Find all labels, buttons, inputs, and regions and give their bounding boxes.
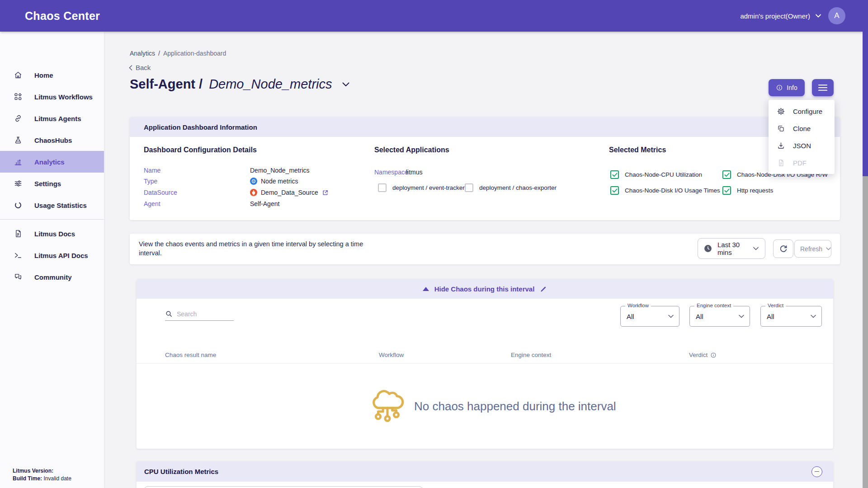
config-row-type: Type Node metrics [144,176,361,187]
clock-icon [703,244,712,253]
checkbox-checked[interactable] [722,170,731,179]
avatar[interactable]: A [828,7,845,24]
info-button[interactable]: Info [769,79,805,96]
sidebar-item-community[interactable]: Community [0,266,104,288]
collapse-minus-icon[interactable] [811,466,822,477]
checkbox-checked[interactable] [610,170,619,179]
breadcrumb: Analytics / Application-dashboard [130,50,226,57]
back-label: Back [136,64,151,71]
sidebar-item-label: Home [34,71,53,79]
interval-description: View the chaos events and metrics in a g… [139,239,383,258]
chaos-cloud-icon [370,388,405,425]
chevron-left-icon [129,65,132,70]
refresh-interval-value: Refresh [800,245,822,253]
menu-item-clone[interactable]: Clone [769,120,835,137]
external-link-icon[interactable] [322,189,329,196]
chevron-down-icon [668,314,674,318]
page-scrollbar[interactable] [863,32,868,488]
dashboard-name: Demo_Node_metrics [209,77,332,92]
search-input[interactable] [177,310,226,318]
config-label: Agent [144,200,250,207]
breadcrumb-analytics[interactable]: Analytics [130,50,155,57]
chaos-center-app: Chaos Center admin's project(Owner) A Ho… [0,0,868,488]
sidebar-divider [0,219,104,220]
config-details-title: Dashboard Configuration Details [144,146,257,154]
menu-item-label: Configure [793,108,822,115]
settings-icon [14,179,23,188]
chevron-down-icon [826,247,831,250]
clone-icon [777,124,785,133]
sidebar-item-label: Community [34,273,72,281]
more-actions-button[interactable] [812,79,834,96]
dashboard-info-header: Application Dashboard Information [130,117,840,137]
info-circle-icon[interactable] [710,352,717,358]
avatar-initial: A [834,11,839,20]
verdict-filter-select[interactable]: Verdict All [760,306,822,327]
table-header-row: Chaos result name Workflow Engine contex… [137,348,833,363]
namespace-label: Namespace [374,169,406,176]
workflow-filter-select[interactable]: Workflow All [620,306,679,327]
workflows-icon [14,92,23,101]
namespace-value: litmus [406,169,423,176]
cpu-chart-placeholder [144,486,423,488]
chevron-down-icon [753,247,759,250]
sidebar-item-litmus-api-docs[interactable]: Litmus API Docs [0,244,104,266]
sidebar-item-litmus-agents[interactable]: Litmus Agents [0,108,104,129]
top-header: Chaos Center admin's project(Owner) A [0,0,868,32]
chaos-events-panel: Hide Chaos during this interval Workflow… [137,279,833,449]
search-field [165,310,234,321]
checkbox-checked[interactable] [610,186,619,195]
project-switcher[interactable]: admin's project(Owner) [740,12,821,20]
filter-label: Verdict [765,303,786,308]
chevron-down-icon [811,314,816,318]
sidebar-item-label: Analytics [34,158,65,166]
config-label: Type [144,178,250,185]
checkbox-unchecked[interactable] [378,183,387,192]
sidebar-item-usage-statistics[interactable]: Usage Statistics [0,194,104,216]
hide-chaos-toggle[interactable]: Hide Chaos during this interval [137,279,833,299]
time-interval-bar: View the chaos events and metrics in a g… [130,234,840,264]
application-checkbox-row: deployment / event-tracker [378,183,465,192]
node-metrics-icon [250,178,257,185]
sidebar-item-litmus-workflows[interactable]: Litmus Workflows [0,86,104,108]
time-range-select[interactable]: Last 30 mins [698,238,765,259]
sidebar: Home Litmus Workflows Litmus Agents Chao… [0,32,104,488]
sidebar-item-label: ChaosHubs [34,136,72,144]
title-chevron-down-icon[interactable] [342,82,349,87]
application-checkbox-label: deployment / chaos-exporter [479,184,557,191]
menu-item-label: JSON [793,142,811,150]
sidebar-item-label: Litmus Agents [34,115,81,122]
refresh-button[interactable] [773,239,793,258]
checkbox-checked[interactable] [722,186,731,195]
menu-item-pdf[interactable]: PDF [769,154,835,171]
sidebar-item-analytics[interactable]: Analytics [0,151,104,173]
sidebar-item-chaoshubs[interactable]: ChaosHubs [0,129,104,151]
sidebar-item-label: Litmus API Docs [34,252,88,259]
metric-checkbox-label: Chaos-Node-CPU Utilization [625,171,702,178]
sidebar-item-settings[interactable]: Settings [0,173,104,194]
metric-checkbox-row: Http requests [722,186,773,195]
agent-name: Self-Agent / [130,77,203,92]
scrollbar-thumb[interactable] [863,32,868,176]
community-icon [14,272,23,282]
sidebar-item-home[interactable]: Home [0,64,104,86]
engine-context-filter-select[interactable]: Engine context All [689,306,750,327]
search-icon [165,310,173,318]
metric-checkbox-label: Http requests [737,187,773,194]
config-label: DataSource [144,189,250,196]
dashboard-info-title: Application Dashboard Information [144,123,257,131]
back-button[interactable]: Back [129,64,151,71]
checkbox-unchecked[interactable] [465,183,473,192]
hamburger-icon [818,84,827,91]
page-title: Self-Agent / Demo_Node_metrics [130,77,349,92]
table-header-divider [137,363,833,364]
column-chaos-result-name: Chaos result name [165,352,216,358]
filter-value: All [696,313,703,320]
menu-item-json[interactable]: JSON [769,137,835,154]
sidebar-item-litmus-docs[interactable]: Litmus Docs [0,223,104,244]
menu-item-configure[interactable]: Configure [769,103,835,120]
info-icon [776,84,783,91]
pencil-icon[interactable] [540,286,547,293]
refresh-interval-select[interactable]: Refresh [794,240,831,258]
analytics-icon [14,157,23,166]
